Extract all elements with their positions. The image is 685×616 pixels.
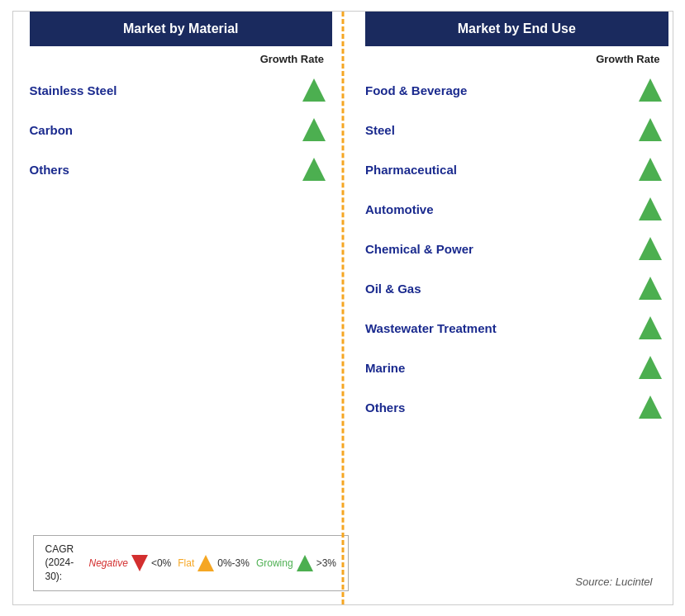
list-item: Automotive: [365, 189, 668, 229]
source-text: Source: Lucintel: [575, 576, 652, 588]
green-up-arrow-icon: [639, 118, 662, 141]
green-up-arrow-icon: [639, 197, 662, 220]
list-item: Marine: [365, 348, 668, 387]
cagr-label: CAGR(2024-30):: [45, 543, 84, 584]
right-growth-rate-label: Growth Rate: [365, 53, 668, 65]
list-item: Carbon: [30, 110, 333, 149]
green-up-arrow-icon: [639, 78, 662, 102]
right-items-list: Food & BeverageSteelPharmaceuticalAutomo…: [365, 70, 668, 427]
legend-negative-label: Negative: [89, 557, 128, 569]
list-item: Steel: [365, 110, 668, 149]
right-panel: Market by End Use Growth Rate Food & Bev…: [349, 12, 673, 604]
left-panel-header: Market by Material: [30, 12, 333, 46]
item-label: Marine: [365, 361, 405, 375]
list-item: Chemical & Power: [365, 229, 668, 268]
legend-growing-range: >3%: [316, 557, 336, 569]
list-item: Food & Beverage: [365, 70, 668, 110]
item-label: Pharmaceutical: [365, 163, 457, 177]
list-item: Wastewater Treatment: [365, 308, 668, 348]
list-item: Others: [30, 149, 333, 189]
green-up-arrow-icon: [639, 158, 662, 181]
list-item: Others: [365, 387, 668, 427]
list-item: Stainless Steel: [30, 70, 333, 110]
item-label: Automotive: [365, 202, 434, 216]
green-up-arrow-icon: [302, 118, 326, 141]
legend-negative: Negative <0%: [89, 555, 172, 571]
legend-growing: Growing >3%: [256, 555, 336, 571]
red-down-arrow-icon: [131, 555, 148, 571]
right-panel-header: Market by End Use: [365, 12, 668, 46]
left-panel: Market by Material Growth Rate Stainless…: [13, 12, 350, 604]
green-up-arrow-icon: [639, 316, 662, 339]
item-label: Chemical & Power: [365, 242, 473, 256]
green-up-arrow-icon: [302, 158, 326, 181]
legend-flat-label: Flat: [178, 557, 194, 569]
list-item: Pharmaceutical: [365, 149, 668, 189]
item-label: Others: [365, 400, 405, 415]
green-up-arrow-icon: [639, 396, 662, 419]
yellow-up-arrow-icon: [197, 555, 214, 571]
legend-flat-range: 0%-3%: [217, 557, 250, 569]
green-up-arrow-icon: [302, 78, 326, 102]
legend-negative-range: <0%: [151, 557, 171, 569]
list-item: Oil & Gas: [365, 268, 668, 308]
item-label: Food & Beverage: [365, 83, 467, 97]
green-up-arrow-small-icon: [297, 555, 313, 571]
item-label: Steel: [365, 123, 395, 137]
green-up-arrow-icon: [639, 277, 662, 300]
item-label: Oil & Gas: [365, 282, 421, 296]
item-label: Wastewater Treatment: [365, 321, 497, 335]
item-label: Carbon: [30, 123, 74, 137]
legend-flat: Flat 0%-3%: [178, 555, 250, 571]
green-up-arrow-icon: [639, 356, 662, 379]
left-items-list: Stainless SteelCarbonOthers: [30, 70, 333, 189]
left-growth-rate-label: Growth Rate: [30, 53, 333, 65]
item-label: Stainless Steel: [30, 83, 117, 97]
legend-inner: Negative <0% Flat 0%-3% Growing >3%: [89, 555, 336, 571]
green-up-arrow-icon: [639, 237, 662, 260]
item-label: Others: [30, 163, 69, 177]
legend-box: CAGR(2024-30): Negative <0% Flat 0%-3% G…: [33, 535, 350, 591]
legend-growing-label: Growing: [256, 557, 293, 569]
dashed-divider: [341, 12, 344, 604]
